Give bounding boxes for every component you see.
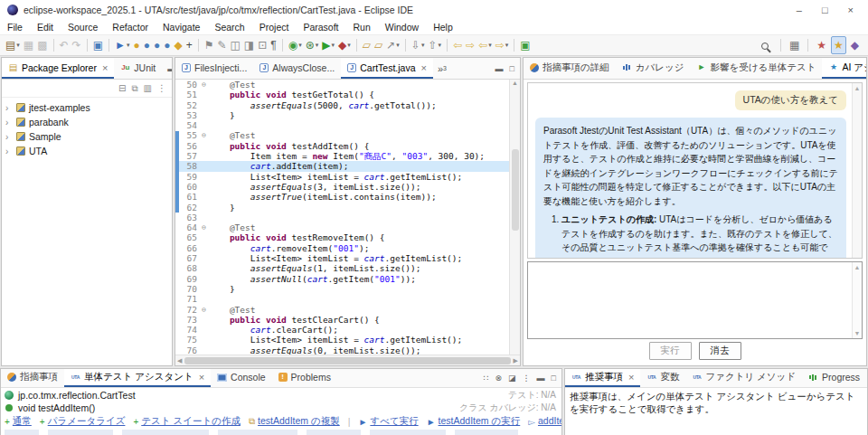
minimize-window-button[interactable]: –: [797, 5, 802, 15]
code-line-66[interactable]: 66 cart.removeItem("001");: [175, 243, 509, 253]
expander-chevron-icon[interactable]: ›: [5, 147, 13, 156]
uta-tab[interactable]: 指摘事項: [1, 369, 64, 387]
project-item-jtest-examples[interactable]: ›jtest-examples: [2, 100, 172, 115]
code-line-65[interactable]: 65 public void testRemoveItem() {: [175, 232, 509, 242]
minimize-view-icon[interactable]: ▬: [167, 64, 173, 73]
fold-marker-icon[interactable]: ⊖: [199, 305, 209, 315]
perspective-parasoft-icon[interactable]: ★: [815, 36, 828, 54]
code-line-55[interactable]: 55⊖ @Test: [175, 130, 509, 140]
action-plus[interactable]: +通常: [5, 415, 32, 428]
next-annotation-icon[interactable]: ⇩▾: [410, 36, 427, 54]
editor-tab[interactable]: JAlwaysClose...: [253, 58, 341, 79]
view-toolbar-icon[interactable]: ⊗: [495, 374, 503, 383]
dropdown-arrow-icon[interactable]: ▾: [16, 42, 20, 49]
expander-chevron-icon[interactable]: ›: [5, 132, 13, 142]
forward-icon[interactable]: ⇨▾: [494, 36, 511, 54]
save-all-icon[interactable]: ▩: [35, 36, 49, 54]
fold-marker-icon[interactable]: ⊖: [199, 222, 209, 232]
code-line-70[interactable]: 70 }: [175, 284, 509, 294]
flag-icon[interactable]: ⚑: [203, 36, 216, 54]
vertical-scroll-thumb[interactable]: [512, 149, 519, 231]
save-icon[interactable]: ▦: [22, 36, 35, 54]
clear-chat-button[interactable]: 消去: [699, 342, 741, 360]
forward-history-icon[interactable]: ⇨: [464, 36, 476, 54]
open-resource-icon[interactable]: ▱: [373, 36, 384, 54]
code-line-75[interactable]: 75 List<Item> itemList = cart.getItemLis…: [175, 335, 509, 345]
menu-parasoft[interactable]: Parasoft: [296, 22, 345, 33]
rec-tab[interactable]: UTAファクトリ メソッド: [685, 369, 802, 387]
maximize-window-button[interactable]: □: [822, 5, 828, 15]
code-line-72[interactable]: 72⊖ @Test: [175, 305, 509, 315]
perspective-java-icon[interactable]: ◆: [849, 36, 861, 54]
code-line-60[interactable]: 60 assertEquals(3, itemList.size());: [175, 182, 509, 192]
code-line-62[interactable]: 62 }: [175, 203, 509, 213]
project-item-Sample[interactable]: ›Sample: [2, 129, 172, 144]
menu-search[interactable]: Search: [207, 22, 251, 33]
run-prompt-button[interactable]: 実行: [649, 342, 692, 360]
scroll-down-icon[interactable]: ▼: [854, 330, 861, 336]
fold-marker-icon[interactable]: ⊖: [199, 80, 209, 90]
action-plus[interactable]: +パラメータライズ: [40, 415, 126, 428]
code-line-73[interactable]: 73 public void testClearCart() {: [175, 315, 509, 325]
view-toolbar-icon[interactable]: ⋮: [523, 374, 531, 383]
menu-window[interactable]: Window: [378, 22, 426, 33]
open-console-icon[interactable]: ▣: [91, 36, 105, 54]
uta-tab[interactable]: UTA単体テスト アシスタント×: [64, 369, 211, 387]
code-line-74[interactable]: 74 cart.clearCart();: [175, 325, 509, 335]
jtest-task1-icon[interactable]: ●: [142, 36, 152, 54]
jtest-wand-icon[interactable]: ◆: [172, 36, 184, 54]
open-perspective-icon[interactable]: ▦: [788, 36, 801, 54]
jtest-tab[interactable]: ►影響を受ける単体テスト: [690, 58, 822, 79]
code-line-56[interactable]: 56 public void testAddItem() {: [175, 141, 509, 151]
new-wizard-icon[interactable]: ▤▾: [4, 36, 22, 54]
code-line-53[interactable]: 53 }: [175, 110, 509, 120]
back-icon[interactable]: ⇦▾: [476, 36, 494, 54]
code-line-68[interactable]: 68 assertEquals(1, itemList.size());: [175, 263, 509, 273]
code-line-52[interactable]: 52 assertEquals(5000, cart.getTotal());: [175, 100, 509, 110]
code-line-58[interactable]: 58 cart.addItem(item);: [175, 161, 509, 171]
debug-icon[interactable]: ◆▾: [336, 36, 353, 54]
dropdown-arrow-icon[interactable]: ▾: [396, 42, 400, 49]
menu-help[interactable]: Help: [426, 22, 460, 33]
undo-icon[interactable]: ↶: [58, 36, 71, 54]
whitespace-icon[interactable]: ¶: [269, 36, 278, 54]
menu-file[interactable]: File: [0, 22, 30, 33]
search-icon[interactable]: [760, 36, 774, 54]
action-run[interactable]: ►testAddItem の実行: [427, 415, 521, 428]
code-line-59[interactable]: 59 List<Item> itemList = cart.getItemLis…: [175, 172, 509, 182]
prev-annotation-icon[interactable]: ⇧▾: [426, 36, 443, 54]
close-window-button[interactable]: ×: [848, 5, 854, 15]
view-toolbar-icon[interactable]: ∷: [484, 374, 489, 383]
menu-edit[interactable]: Edit: [30, 22, 61, 33]
maximize-view-icon[interactable]: □: [552, 374, 556, 383]
prompt-scrollbar[interactable]: ▲ ▼: [852, 262, 862, 338]
run-icon[interactable]: ▶▾: [320, 36, 336, 54]
external-tools-icon[interactable]: ⊛▾: [304, 36, 321, 54]
menu-refactor[interactable]: Refactor: [105, 22, 156, 33]
jtest-build-icon[interactable]: ●: [131, 36, 141, 54]
new-test-icon[interactable]: +: [184, 36, 194, 54]
jtest-task2-icon[interactable]: ●: [152, 36, 162, 54]
jtest-tab[interactable]: 指摘事項の詳細: [524, 58, 616, 79]
uta-tab[interactable]: !Problems: [272, 369, 337, 387]
expander-chevron-icon[interactable]: ›: [5, 118, 13, 128]
action-track[interactable]: ▻addItem のトラック: [528, 415, 561, 428]
fold-marker-icon[interactable]: ⊖: [199, 130, 209, 140]
menu-run[interactable]: Run: [346, 22, 378, 33]
editor-vertical-scrollbar[interactable]: ▲: [509, 80, 520, 355]
project-item-UTA[interactable]: ›UTA: [2, 144, 172, 158]
scroll-up-icon[interactable]: ▲: [854, 264, 861, 270]
jar-src-icon[interactable]: ◨: [242, 36, 256, 54]
code-line-54[interactable]: 54: [175, 120, 509, 130]
scroll-left-icon[interactable]: ◀: [177, 357, 182, 364]
jtest-tab[interactable]: カバレッジ: [616, 58, 691, 79]
uta-tab[interactable]: Console: [211, 369, 272, 387]
coverage-run-icon[interactable]: ◉▾: [287, 36, 304, 54]
editor-tab[interactable]: JCartTest.java×: [341, 58, 433, 79]
pe-tab[interactable]: JuJUnit: [114, 58, 162, 79]
dropdown-arrow-icon[interactable]: ▾: [488, 42, 492, 49]
editor-horizontal-scrollbar[interactable]: ◀ ▶: [175, 355, 520, 365]
dropdown-arrow-icon[interactable]: ▾: [505, 42, 509, 49]
close-icon[interactable]: ×: [199, 372, 204, 383]
ai-prompt-input[interactable]: [528, 262, 852, 338]
